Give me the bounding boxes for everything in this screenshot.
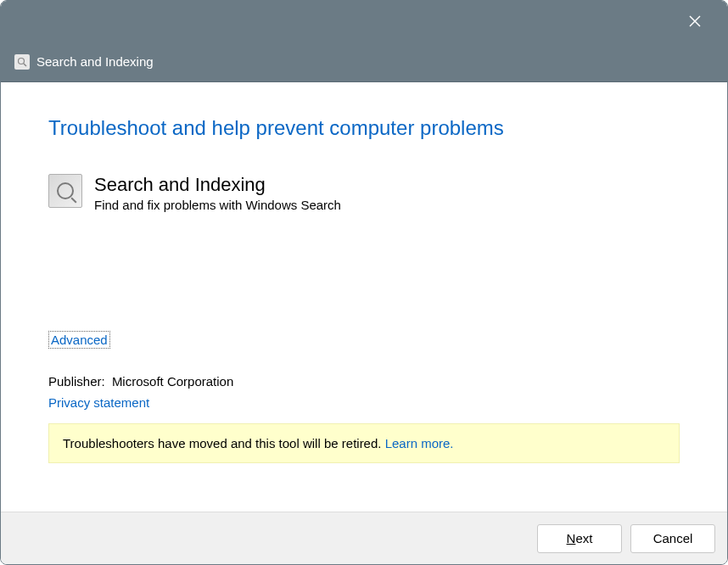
learn-more-link[interactable]: Learn more. [385,436,454,450]
svg-line-3 [24,64,26,66]
header-band: Search and Indexing [1,42,727,82]
troubleshooter-small-icon [14,54,30,70]
search-magnifier-icon [48,174,82,208]
retirement-notice: Troubleshooters have moved and this tool… [48,423,680,463]
advanced-link[interactable]: Advanced [48,331,110,349]
svg-point-2 [19,58,25,64]
next-button[interactable]: Next [537,524,622,553]
title-bar [1,1,727,42]
header-title: Search and Indexing [36,54,154,69]
publisher-value: Microsoft Corporation [112,374,233,389]
publisher-row: Publisher: Microsoft Corporation [48,374,680,389]
close-button[interactable] [678,8,712,35]
notice-text: Troubleshooters have moved and this tool… [63,436,385,450]
tool-name: Search and Indexing [94,174,341,196]
tool-info-row: Search and Indexing Find and fix problem… [48,174,680,212]
close-icon [689,15,701,27]
tool-text-block: Search and Indexing Find and fix problem… [94,174,341,212]
tool-description: Find and fix problems with Windows Searc… [94,198,341,212]
privacy-statement-link[interactable]: Privacy statement [48,395,680,410]
publisher-label: Publisher: [48,374,105,389]
footer-bar: Next Cancel [1,512,727,564]
page-title: Troubleshoot and help prevent computer p… [48,116,680,140]
cancel-button[interactable]: Cancel [630,524,715,553]
content-area: Troubleshoot and help prevent computer p… [1,82,727,512]
